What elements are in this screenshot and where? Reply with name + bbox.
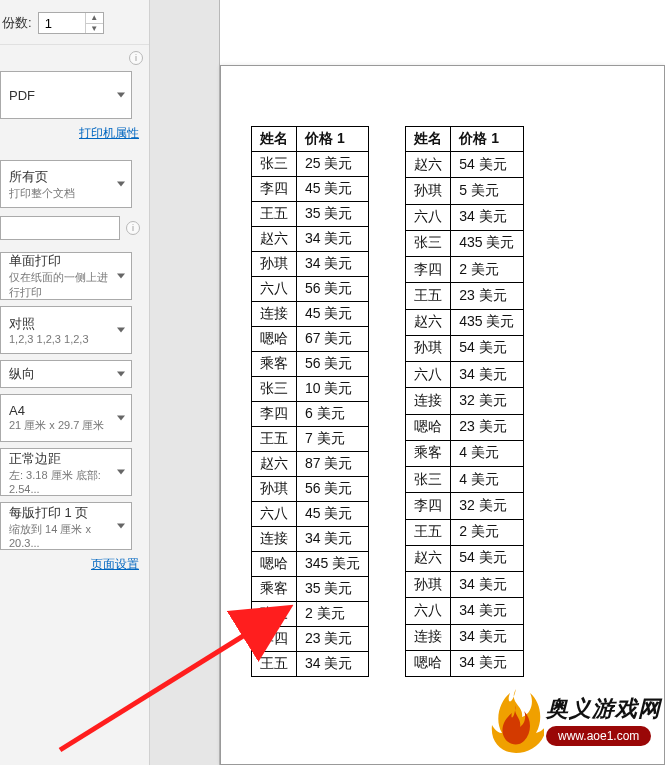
cell-price: 25 美元 [297, 152, 369, 177]
printer-properties-link[interactable]: 打印机属性 [0, 123, 149, 150]
table-row: 孙琪34 美元 [252, 252, 369, 277]
table-row: 嗯哈345 美元 [252, 552, 369, 577]
table-row: 嗯哈23 美元 [406, 414, 523, 440]
table-row: 孙琪34 美元 [406, 572, 523, 598]
print-settings-panel: 份数: ▲ ▼ i PDF 打印机属性 所有页 打印整个文档 i 单面打印 仅在… [0, 0, 150, 765]
col-price-header: 价格 1 [297, 127, 369, 152]
cell-name: 乘客 [252, 577, 297, 602]
cell-price: 2 美元 [451, 257, 523, 283]
cell-price: 2 美元 [451, 519, 523, 545]
table-row: 李四2 美元 [406, 257, 523, 283]
cell-name: 赵六 [252, 227, 297, 252]
table-header-row: 姓名 价格 1 [252, 127, 369, 152]
info-icon[interactable]: i [129, 51, 143, 65]
cell-name: 嗯哈 [406, 650, 451, 676]
chevron-down-icon [117, 416, 125, 421]
table-row: 张三10 美元 [252, 377, 369, 402]
table-row: 连接34 美元 [252, 527, 369, 552]
cell-name: 王五 [252, 427, 297, 452]
page-preview: 姓名 价格 1 张三25 美元李四45 美元王五35 美元赵六34 美元孙琪34… [220, 65, 665, 765]
cell-name: 张三 [406, 230, 451, 256]
data-table-2: 姓名 价格 1 赵六54 美元孙琪5 美元六八34 美元张三435 美元李四2 … [405, 126, 523, 677]
scale-combo[interactable]: 每版打印 1 页 缩放到 14 厘米 x 20.3... [0, 502, 132, 550]
cell-price: 4 美元 [451, 467, 523, 493]
copies-spinner[interactable]: ▲ ▼ [38, 12, 104, 34]
table-row: 李四6 美元 [252, 402, 369, 427]
print-range-line1: 所有页 [9, 168, 48, 186]
cell-name: 六八 [406, 598, 451, 624]
copies-down-icon[interactable]: ▼ [86, 24, 103, 34]
page-setup-link[interactable]: 页面设置 [0, 554, 149, 581]
table-row: 连接34 美元 [406, 624, 523, 650]
table-row: 六八34 美元 [406, 362, 523, 388]
duplex-combo[interactable]: 单面打印 仅在纸面的一侧上进行打印 [0, 252, 132, 300]
table-header-row: 姓名 价格 1 [406, 127, 523, 152]
table-row: 六八45 美元 [252, 502, 369, 527]
margins-line2: 左: 3.18 厘米 底部: 2.54... [9, 468, 111, 495]
cell-price: 56 美元 [297, 477, 369, 502]
cell-price: 54 美元 [451, 545, 523, 571]
table-row: 王五34 美元 [252, 652, 369, 677]
cell-price: 45 美元 [297, 177, 369, 202]
info-icon[interactable]: i [126, 221, 140, 235]
copies-up-icon[interactable]: ▲ [86, 13, 103, 24]
duplex-line1: 单面打印 [9, 252, 61, 270]
cell-price: 32 美元 [451, 493, 523, 519]
table-row: 张三25 美元 [252, 152, 369, 177]
cell-name: 连接 [252, 302, 297, 327]
paper-line2: 21 厘米 x 29.7 厘米 [9, 418, 104, 433]
cell-name: 张三 [252, 602, 297, 627]
margins-combo[interactable]: 正常边距 左: 3.18 厘米 底部: 2.54... [0, 448, 132, 496]
cell-price: 435 美元 [451, 230, 523, 256]
cell-name: 李四 [252, 177, 297, 202]
table-row: 赵六54 美元 [406, 545, 523, 571]
table-row: 孙琪56 美元 [252, 477, 369, 502]
table-row: 六八34 美元 [406, 598, 523, 624]
cell-name: 赵六 [252, 452, 297, 477]
cell-price: 34 美元 [297, 227, 369, 252]
watermark-title: 奥义游戏网 [546, 694, 661, 724]
copies-input[interactable] [39, 13, 85, 33]
pages-row: i [0, 212, 149, 244]
cell-price: 34 美元 [451, 362, 523, 388]
pages-input[interactable] [0, 216, 120, 240]
cell-name: 张三 [252, 152, 297, 177]
cell-name: 王五 [406, 283, 451, 309]
watermark-text: 奥义游戏网 www.aoe1.com [546, 694, 661, 746]
copies-label: 份数: [2, 14, 32, 32]
cell-price: 2 美元 [297, 602, 369, 627]
table-row: 连接32 美元 [406, 388, 523, 414]
col-price-header: 价格 1 [451, 127, 523, 152]
cell-name: 赵六 [406, 309, 451, 335]
cell-price: 35 美元 [297, 202, 369, 227]
cell-price: 23 美元 [297, 627, 369, 652]
cell-price: 56 美元 [297, 277, 369, 302]
cell-name: 嗯哈 [252, 552, 297, 577]
printer-label: PDF [9, 88, 35, 103]
cell-name: 王五 [406, 519, 451, 545]
print-range-line2: 打印整个文档 [9, 186, 75, 201]
cell-name: 孙琪 [252, 252, 297, 277]
cell-price: 45 美元 [297, 302, 369, 327]
copies-arrows: ▲ ▼ [85, 13, 103, 33]
cell-name: 王五 [252, 652, 297, 677]
cell-name: 连接 [406, 388, 451, 414]
col-name-header: 姓名 [252, 127, 297, 152]
cell-price: 23 美元 [451, 414, 523, 440]
cell-name: 王五 [252, 202, 297, 227]
orientation-combo[interactable]: 纵向 [0, 360, 132, 388]
cell-price: 87 美元 [297, 452, 369, 477]
printer-combo[interactable]: PDF [0, 71, 132, 119]
cell-price: 345 美元 [297, 552, 369, 577]
paper-combo[interactable]: A4 21 厘米 x 29.7 厘米 [0, 394, 132, 442]
table-row: 张三435 美元 [406, 230, 523, 256]
cell-price: 67 美元 [297, 327, 369, 352]
cell-price: 34 美元 [297, 652, 369, 677]
table-row: 连接45 美元 [252, 302, 369, 327]
duplex-line2: 仅在纸面的一侧上进行打印 [9, 270, 111, 300]
collate-combo[interactable]: 对照 1,2,3 1,2,3 1,2,3 [0, 306, 132, 354]
cell-name: 李四 [406, 493, 451, 519]
print-range-combo[interactable]: 所有页 打印整个文档 [0, 160, 132, 208]
cell-name: 李四 [252, 627, 297, 652]
cell-name: 赵六 [406, 152, 451, 178]
